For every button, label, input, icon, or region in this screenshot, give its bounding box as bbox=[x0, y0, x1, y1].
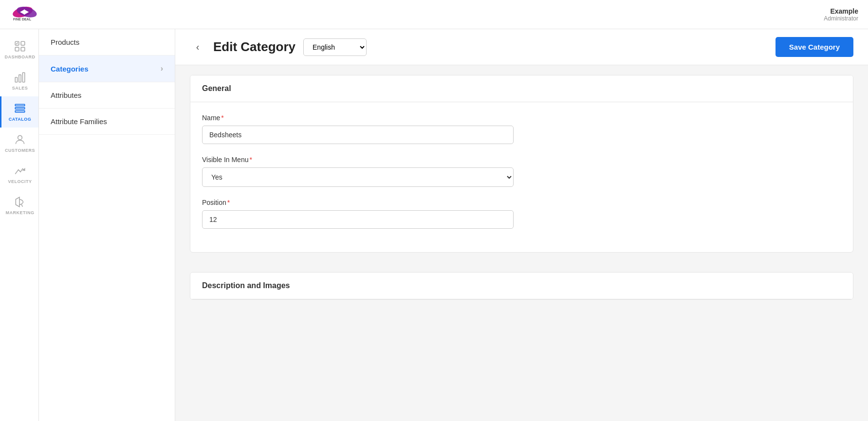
sidebar-item-customers[interactable]: CUSTOMERS bbox=[0, 128, 38, 159]
svg-line-9 bbox=[16, 42, 18, 44]
page-header-left: ‹ Edit Category English French Spanish bbox=[190, 38, 367, 56]
sidebar-label-catalog: CATALOG bbox=[9, 117, 32, 122]
name-label: Name* bbox=[202, 114, 841, 122]
language-select[interactable]: English French Spanish bbox=[303, 38, 367, 56]
svg-rect-10 bbox=[15, 77, 17, 82]
sidebar-label-sales: SALES bbox=[12, 86, 28, 91]
svg-rect-14 bbox=[15, 108, 25, 109]
position-form-group: Position* bbox=[202, 199, 841, 229]
svg-rect-13 bbox=[15, 104, 25, 106]
visible-in-menu-required-star: * bbox=[249, 156, 252, 164]
top-header: FINE DEAL Example Administrator bbox=[0, 0, 868, 29]
general-section: General Name* Visible In Menu* Yes bbox=[190, 75, 853, 253]
name-input[interactable] bbox=[202, 126, 514, 144]
visible-in-menu-label: Visible In Menu* bbox=[202, 156, 841, 164]
position-input[interactable] bbox=[202, 210, 514, 229]
user-name: Example bbox=[824, 7, 858, 15]
sidebar-label-marketing: MARKETING bbox=[6, 210, 35, 215]
content-area: ‹ Edit Category English French Spanish S… bbox=[175, 29, 868, 421]
description-images-section-title: Description and Images bbox=[190, 273, 853, 299]
chevron-right-icon: › bbox=[161, 64, 163, 73]
svg-point-16 bbox=[18, 135, 22, 140]
back-button[interactable]: ‹ bbox=[190, 39, 205, 55]
sidebar-label-velocity: VELOCITY bbox=[8, 179, 32, 184]
name-form-group: Name* bbox=[202, 114, 841, 144]
sidebar-label-dashboard: DASHBOARD bbox=[5, 55, 36, 59]
user-role: Administrator bbox=[824, 15, 858, 22]
save-category-button[interactable]: Save Category bbox=[776, 37, 853, 57]
svg-marker-17 bbox=[16, 197, 19, 207]
icon-sidebar: DASHBOARD SALES CATALOG bbox=[0, 29, 39, 421]
user-info: Example Administrator bbox=[824, 7, 858, 22]
page-header: ‹ Edit Category English French Spanish S… bbox=[175, 29, 868, 65]
svg-rect-7 bbox=[15, 47, 19, 51]
menu-item-categories-label: Categories bbox=[51, 65, 89, 73]
general-section-title: General bbox=[190, 75, 853, 102]
menu-item-attributes[interactable]: Attributes bbox=[39, 82, 175, 109]
visible-in-menu-form-group: Visible In Menu* Yes No bbox=[202, 156, 841, 187]
sidebar-label-customers: CUSTOMERS bbox=[5, 148, 35, 153]
menu-item-categories[interactable]: Categories › bbox=[39, 55, 175, 82]
svg-rect-12 bbox=[22, 73, 24, 82]
menu-item-products[interactable]: Products bbox=[39, 29, 175, 55]
position-label: Position* bbox=[202, 199, 841, 206]
general-form-body: Name* Visible In Menu* Yes No bbox=[190, 102, 853, 252]
svg-rect-8 bbox=[21, 47, 25, 51]
menu-item-products-label: Products bbox=[51, 38, 79, 46]
name-required-star: * bbox=[221, 114, 223, 122]
logo-area: FINE DEAL bbox=[10, 5, 44, 24]
menu-item-attribute-families[interactable]: Attribute Families bbox=[39, 109, 175, 135]
sidebar-item-marketing[interactable]: MARKETING bbox=[0, 190, 38, 221]
menu-item-attributes-label: Attributes bbox=[51, 91, 81, 99]
page-title: Edit Category bbox=[213, 39, 295, 55]
sidebar-item-sales[interactable]: SALES bbox=[0, 65, 38, 96]
sidebar-item-catalog[interactable]: CATALOG bbox=[0, 96, 38, 128]
sidebar-item-dashboard[interactable]: DASHBOARD bbox=[0, 34, 38, 65]
menu-item-attribute-families-label: Attribute Families bbox=[51, 117, 107, 126]
visible-in-menu-select[interactable]: Yes No bbox=[202, 167, 514, 187]
svg-text:FINE DEAL: FINE DEAL bbox=[13, 17, 32, 20]
svg-rect-11 bbox=[19, 75, 21, 82]
svg-rect-6 bbox=[21, 41, 25, 45]
description-images-section: Description and Images bbox=[190, 272, 853, 300]
sidebar-item-velocity[interactable]: VELOCITY bbox=[0, 159, 38, 190]
main-layout: DASHBOARD SALES CATALOG bbox=[0, 29, 868, 421]
svg-rect-15 bbox=[15, 110, 25, 112]
menu-sidebar: Products Categories › Attributes Attribu… bbox=[39, 29, 175, 421]
logo: FINE DEAL bbox=[10, 5, 44, 24]
position-required-star: * bbox=[227, 199, 230, 206]
